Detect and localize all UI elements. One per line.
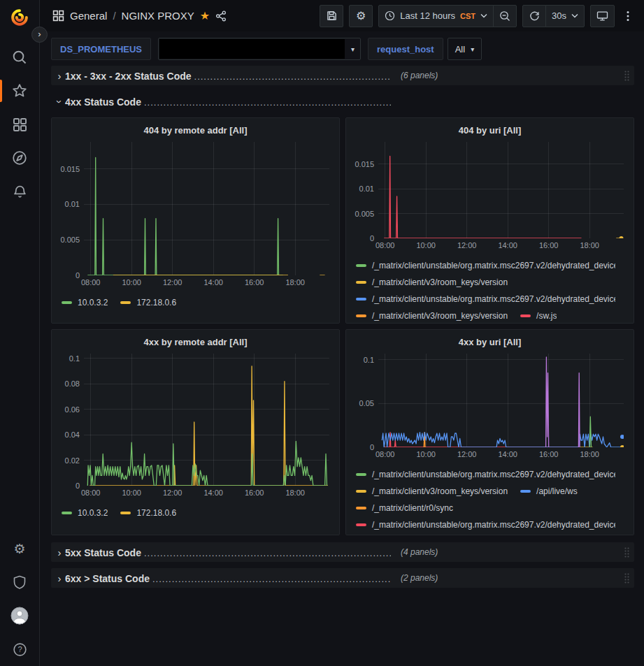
row-title: 6xx > Status Code <box>65 573 150 584</box>
legend-label: /_matrix/client/v3/room_keys/version <box>372 486 508 496</box>
y-axis-tick-label: 0.01 <box>359 184 374 194</box>
row-header: › 5xx Status Code <box>54 546 391 558</box>
legend-item[interactable]: /_matrix/client/v3/room_keys/version <box>356 483 508 500</box>
page-title[interactable]: NGINX PROXY <box>122 10 194 22</box>
panel-404-by-uri: 404 by uri [All] 00.0050.010.015 08:0010… <box>345 117 634 324</box>
grafana-logo-icon[interactable] <box>9 7 30 31</box>
row-4xx[interactable]: › 4xx Status Code <box>51 92 634 111</box>
legend-swatch-icon <box>356 507 366 509</box>
series-line <box>546 357 549 447</box>
legend-item[interactable]: 172.18.0.6 <box>120 505 176 521</box>
share-icon[interactable] <box>215 10 227 22</box>
configuration-gear-icon[interactable]: ⚙ <box>0 532 39 565</box>
x-axis-tick-label: 10:00 <box>412 241 440 249</box>
x-axis-tick-label: 12:00 <box>453 241 481 249</box>
refresh-interval-picker[interactable]: 30s <box>545 5 585 27</box>
chart-plot[interactable] <box>84 142 329 275</box>
legend-swatch-icon <box>120 301 131 304</box>
legend-label: /_matrix/client/unstable/org.matrix.msc2… <box>372 294 615 304</box>
more-options-kebab-menu[interactable] <box>620 5 636 27</box>
row-title: 1xx - 3xx - 2xx Status Code <box>65 71 192 82</box>
server-admin-shield-icon[interactable] <box>0 565 39 599</box>
chart-plot[interactable] <box>378 354 624 447</box>
chart-plot[interactable] <box>84 354 329 486</box>
datasource-select[interactable]: ▾ <box>158 38 361 60</box>
panel-title[interactable]: 404 by uri [All] <box>352 118 628 142</box>
row-panel-count: (2 panels) <box>401 573 438 583</box>
dashboard-body: › 1xx - 3xx - 2xx Status Code (6 panels)… <box>40 66 644 666</box>
series-line <box>384 433 578 447</box>
series-line <box>384 157 581 239</box>
breadcrumb-section[interactable]: General <box>70 10 107 22</box>
sidebar-item-explore-compass-icon[interactable] <box>0 141 39 175</box>
row-header: › 4xx Status Code <box>54 96 391 108</box>
user-avatar[interactable] <box>0 599 39 632</box>
row-panel-count: (6 panels) <box>401 71 438 80</box>
sidebar-item-starred[interactable] <box>0 74 39 108</box>
sidebar-item-alerting-bell-icon[interactable] <box>0 175 39 208</box>
x-axis-tick-label: 18:00 <box>281 278 309 287</box>
series-line <box>87 441 327 486</box>
sidebar-item-dashboards[interactable] <box>0 108 39 141</box>
favorite-star-icon[interactable]: ★ <box>200 10 210 22</box>
timezone-label: CST <box>460 12 475 20</box>
refresh-button[interactable] <box>522 5 546 27</box>
x-axis-tick-label: 10:00 <box>412 450 440 458</box>
panel-title[interactable]: 4xx by remote addr [All] <box>57 330 334 354</box>
time-range-picker[interactable]: Last 12 hours CST <box>378 5 494 27</box>
x-axis-tick-label: 18:00 <box>575 241 603 249</box>
legend-item[interactable]: 10.0.3.2 <box>62 294 108 311</box>
save-dashboard-button[interactable] <box>320 5 343 27</box>
zoom-out-button[interactable] <box>493 5 517 27</box>
drag-handle-icon[interactable] <box>624 546 630 558</box>
chart-canvas <box>84 142 329 275</box>
legend-label: /_matrix/client/v3/room_keys/version <box>372 277 508 287</box>
legend-label: /_matrix/client/unstable/org.matrix.msc2… <box>372 520 615 530</box>
legend-item[interactable]: 10.0.3.2 <box>62 505 108 521</box>
row-dots <box>144 97 391 108</box>
legend-item[interactable]: /sw.js <box>520 307 557 323</box>
y-axis: 00.050.1 <box>352 354 378 447</box>
kebab-icon <box>627 10 629 22</box>
dashboard-settings-button[interactable]: ⚙ <box>349 5 373 27</box>
variable-request-host: request_host All ▾ <box>368 38 482 60</box>
chevron-down-icon <box>480 13 487 18</box>
legend-swatch-icon <box>120 512 131 514</box>
legend-item[interactable]: /_matrix/client/r0/sync <box>356 500 453 516</box>
legend-item[interactable]: /_matrix/client/unstable/org.matrix.msc2… <box>356 291 615 307</box>
x-axis-tick-label: 18:00 <box>575 450 603 458</box>
chart-canvas <box>84 354 329 486</box>
legend-item[interactable]: /_matrix/client/unstable/org.matrix.msc2… <box>356 257 615 274</box>
legend-label: /_matrix/client/r0/sync <box>372 503 453 513</box>
sidebar-expand-button[interactable]: › <box>31 27 48 43</box>
row-1xx-3xx-2xx[interactable]: › 1xx - 3xx - 2xx Status Code (6 panels) <box>51 66 634 85</box>
legend-item[interactable]: 172.18.0.6 <box>120 294 176 311</box>
legend-swatch-icon <box>356 264 366 267</box>
request-host-select[interactable]: All ▾ <box>448 38 482 60</box>
drag-handle-icon[interactable] <box>624 572 630 584</box>
row-5xx[interactable]: › 5xx Status Code (4 panels) <box>51 542 634 562</box>
chart-plot[interactable] <box>378 142 624 238</box>
chevron-down-icon: › <box>54 96 66 107</box>
legend-item[interactable]: /_matrix/client/v3/room_keys/version <box>356 274 508 291</box>
search-icon[interactable] <box>0 41 39 74</box>
chevron-right-icon: › <box>54 546 65 558</box>
drag-handle-icon[interactable] <box>624 70 630 82</box>
legend-item[interactable]: /api/live/ws <box>520 483 578 500</box>
x-axis: 08:0010:0012:0014:0016:0018:00 <box>378 238 624 253</box>
series-line <box>87 157 282 275</box>
panel-title[interactable]: 4xx by uri [All] <box>352 330 628 354</box>
legend-item[interactable]: /_matrix/client/unstable/org.matrix.msc2… <box>356 466 615 483</box>
legend-swatch-icon <box>356 314 366 317</box>
help-icon[interactable]: ? <box>0 632 39 666</box>
row-6xx[interactable]: › 6xx > Status Code (2 panels) <box>51 568 634 588</box>
kiosk-mode-button[interactable] <box>590 5 615 27</box>
breadcrumb-separator: / <box>113 10 115 22</box>
legend-label: 10.0.3.2 <box>78 298 108 307</box>
row-dots <box>152 574 391 584</box>
toolbar: ⚙ Last 12 hours CST <box>320 5 636 27</box>
legend-item[interactable]: /_matrix/client/unstable/org.matrix.msc2… <box>356 516 615 533</box>
legend-item[interactable]: /_matrix/client/v3/room_keys/version <box>356 307 508 323</box>
panel-title[interactable]: 404 by remote addr [All] <box>57 118 334 142</box>
chart-canvas <box>378 354 624 447</box>
